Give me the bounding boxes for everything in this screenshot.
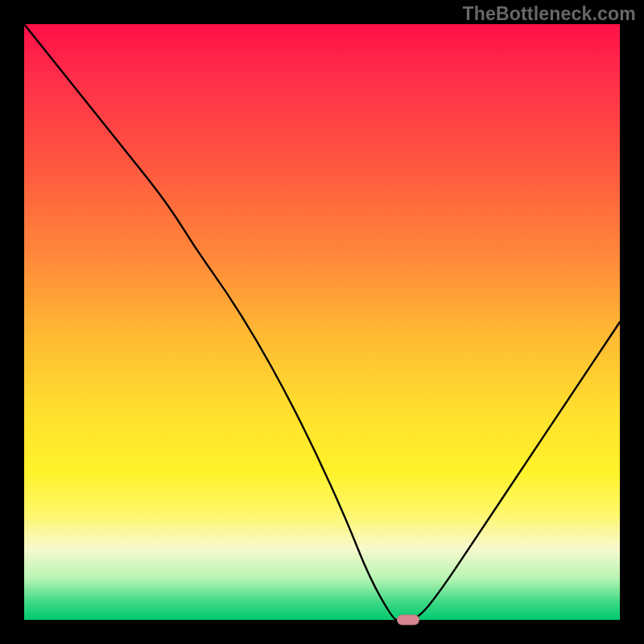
watermark-text: TheBottleneck.com [462, 3, 636, 25]
plot-area [24, 24, 620, 620]
optimal-marker [397, 615, 419, 625]
bottleneck-curve [24, 24, 620, 620]
chart-stage: TheBottleneck.com [0, 0, 644, 644]
